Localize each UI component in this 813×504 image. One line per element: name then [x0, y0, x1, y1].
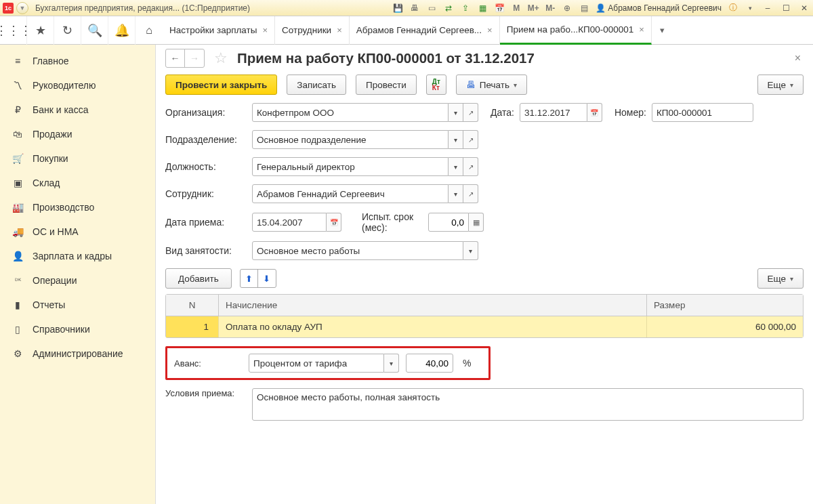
chevron-down-icon[interactable]: ▾ [449, 184, 463, 203]
probation-input[interactable] [428, 213, 469, 232]
back-button[interactable]: ← [166, 49, 185, 67]
open-icon[interactable]: ↗ [463, 103, 478, 122]
calc-icon[interactable]: ▦ [469, 213, 484, 232]
tab-hire-doc[interactable]: Прием на рабо...КП00-000001× [500, 16, 652, 45]
avans-percent-input[interactable] [406, 354, 453, 373]
post-button[interactable]: Провести [356, 75, 417, 95]
col-n-header[interactable]: N [166, 295, 219, 316]
tab-employees[interactable]: Сотрудники× [275, 16, 350, 45]
apps-icon[interactable]: ⋮⋮⋮ [0, 16, 27, 45]
sidebar-item-manager[interactable]: 〽Руководителю [0, 73, 155, 98]
add-button[interactable]: Добавить [165, 268, 232, 289]
save-icon[interactable]: 💾 [392, 3, 403, 14]
forward-button[interactable]: → [185, 49, 204, 67]
star-icon[interactable]: ★ [27, 16, 54, 45]
employment-field[interactable]: Основное место работы ▾ [252, 241, 478, 260]
maximize-button[interactable]: ☐ [780, 3, 792, 14]
open-icon[interactable]: ↗ [463, 157, 478, 176]
sidebar-item-admin[interactable]: ⚙Администрирование [0, 341, 155, 366]
export-icon[interactable]: ⇪ [460, 3, 471, 14]
chevron-down-icon[interactable]: ▾ [449, 157, 463, 176]
close-icon[interactable]: × [337, 25, 342, 35]
sidebar-item-reports[interactable]: ▮Отчеты [0, 293, 155, 317]
tabs-more-icon[interactable]: ▾ [652, 16, 673, 45]
doc-icon[interactable]: ▭ [426, 3, 437, 14]
org-field[interactable]: Конфетпром ООО ▾ ↗ [252, 103, 478, 122]
sidebar-item-purchases[interactable]: 🛒Покупки [0, 146, 155, 171]
chevron-down-icon[interactable]: ▾ [449, 103, 463, 122]
conditions-field[interactable]: Основное место работы, полная занятость [252, 388, 804, 421]
minimize-button[interactable]: – [762, 3, 774, 14]
post-and-close-button[interactable]: Провести и закрыть [165, 75, 277, 95]
employee-field[interactable]: Абрамов Геннадий Сергеевич ▾ ↗ [252, 184, 478, 203]
calc-icon[interactable]: ▦ [477, 3, 488, 14]
list-icon[interactable]: ▤ [579, 3, 589, 14]
move-down-button[interactable]: ⬇ [258, 270, 276, 287]
date-field[interactable]: 31.12.2017 📅 [520, 103, 602, 122]
move-up-button[interactable]: ⬆ [241, 270, 258, 287]
dept-field[interactable]: Основное подразделение ▾ ↗ [252, 130, 478, 149]
calendar-icon[interactable]: 📅 [327, 213, 341, 232]
table-row[interactable]: 1 Оплата по окладу АУП 60 000,00 [166, 316, 803, 337]
chevron-down-icon[interactable]: ▾ [463, 241, 478, 260]
info-caret-icon[interactable]: ▾ [745, 3, 755, 14]
calendar-icon[interactable]: 📅 [494, 3, 505, 14]
close-form-button[interactable]: × [795, 52, 804, 64]
date-label: Дата: [491, 107, 514, 118]
compare-icon[interactable]: ⇄ [443, 3, 454, 14]
info-icon[interactable]: ⓘ [728, 3, 738, 14]
sidebar-item-bank[interactable]: ₽Банк и касса [0, 98, 155, 122]
sidebar-item-catalogs[interactable]: ▯Справочники [0, 317, 155, 341]
current-user[interactable]: 👤 Абрамов Геннадий Сергеевич [596, 3, 722, 13]
dept-label: Подразделение: [165, 134, 252, 145]
hire-date-field[interactable]: 15.04.2007 📅 [252, 213, 341, 232]
probation-label: Испыт. срок (мес): [362, 211, 423, 233]
sidebar-item-salary[interactable]: 👤Зарплата и кадры [0, 244, 155, 268]
tab-employee-detail[interactable]: Абрамов Геннадий Сергеев...× [350, 16, 500, 45]
sidebar-item-assets[interactable]: 🚚ОС и НМА [0, 219, 155, 244]
col-name-header[interactable]: Начисление [219, 295, 647, 316]
m-plus-icon[interactable]: M+ [528, 3, 539, 14]
sidebar-item-warehouse[interactable]: ▣Склад [0, 171, 155, 195]
m-minus-icon[interactable]: M- [545, 3, 556, 14]
close-window-button[interactable]: ✕ [798, 3, 810, 14]
open-icon[interactable]: ↗ [463, 130, 478, 149]
more-button[interactable]: Еще▾ [757, 75, 804, 95]
sidebar-item-main[interactable]: ≡Главное [0, 49, 155, 73]
sidebar-item-operations[interactable]: ᴰᴷОперации [0, 268, 155, 293]
book-icon: ▯ [11, 324, 24, 335]
history-icon[interactable]: ↻ [54, 16, 81, 45]
dtkt-button[interactable]: ДтКт [426, 75, 446, 95]
grid-more-button[interactable]: Еще▾ [757, 268, 804, 289]
home-icon[interactable]: ⌂ [136, 24, 163, 37]
search-icon[interactable]: 🔍 [81, 16, 108, 45]
bell-icon[interactable]: 🔔 [108, 16, 136, 45]
sidebar-item-production[interactable]: 🏭Производство [0, 195, 155, 219]
favorite-icon[interactable]: ☆ [214, 49, 228, 67]
zoom-icon[interactable]: ⊕ [562, 3, 572, 14]
sidebar: ≡Главное 〽Руководителю ₽Банк и касса 🛍Пр… [0, 45, 156, 504]
open-icon[interactable]: ↗ [463, 184, 478, 203]
chevron-down-icon[interactable]: ▾ [384, 354, 399, 373]
number-label: Номер: [614, 107, 646, 118]
chevron-down-icon[interactable]: ▾ [449, 130, 463, 149]
tab-settings[interactable]: Настройки зарплаты× [163, 16, 275, 45]
sidebar-item-sales[interactable]: 🛍Продажи [0, 122, 155, 146]
col-size-header[interactable]: Размер [647, 295, 803, 316]
probation-field[interactable]: ▦ [428, 213, 484, 232]
avans-label: Аванс: [174, 358, 242, 369]
m-icon[interactable]: M [511, 3, 522, 14]
close-icon[interactable]: × [262, 25, 268, 35]
save-button[interactable]: Записать [287, 75, 346, 95]
print-button[interactable]: 🖶Печать▾ [456, 75, 527, 95]
print-icon[interactable]: 🖶 [409, 3, 420, 14]
avans-type-field[interactable]: Процентом от тарифа ▾ [249, 354, 399, 373]
number-field[interactable]: КП00-000001 [652, 103, 753, 122]
close-icon[interactable]: × [639, 24, 644, 35]
close-icon[interactable]: × [487, 25, 493, 35]
employee-label: Сотрудник: [165, 188, 252, 199]
calendar-icon[interactable]: 📅 [587, 103, 602, 122]
position-field[interactable]: Генеральный директор ▾ ↗ [252, 157, 478, 176]
app-title: Бухгалтерия предприятия, редакция... (1С… [35, 3, 250, 13]
dropdown-icon[interactable]: ▼ [16, 2, 28, 14]
